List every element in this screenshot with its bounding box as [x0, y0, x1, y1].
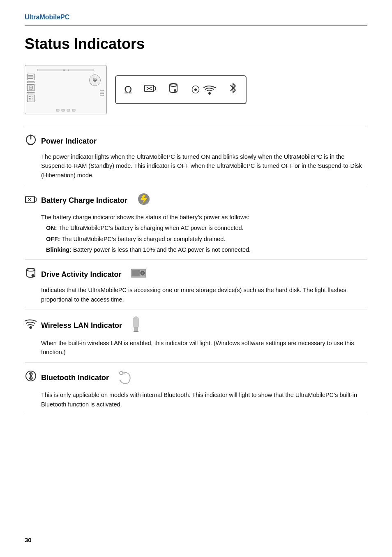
svg-rect-17	[35, 198, 36, 201]
svg-rect-31	[134, 327, 138, 331]
svg-rect-25	[132, 270, 140, 276]
svg-rect-30	[134, 317, 138, 328]
svg-point-34	[120, 371, 123, 375]
section-wireless: Wireless LAN Indicator When the built-in…	[25, 309, 367, 362]
drive-body: Indicates that the UltraMobilePC is acce…	[41, 285, 367, 304]
svg-point-11	[209, 93, 210, 94]
svg-point-29	[30, 327, 32, 328]
svg-point-22	[27, 269, 35, 271]
svg-rect-0	[28, 75, 33, 76]
bluetooth-extra-icon	[118, 369, 134, 388]
svg-rect-4	[30, 87, 32, 88]
power-title: Power Indicator	[41, 136, 97, 147]
bluetooth-symbol	[25, 370, 37, 386]
svg-point-27	[142, 272, 143, 274]
wireless-bar-icon: ⦿	[191, 83, 216, 97]
battery-item-blink: Blinking: Battery power is less than 10%…	[41, 245, 367, 254]
battery-item-off: OFF: The UltraMobilePC’s battery is char…	[41, 234, 367, 244]
svg-point-23	[32, 274, 34, 276]
section-bluetooth: Bluetooth Indicator This is only applica…	[25, 362, 367, 414]
power-symbol	[25, 134, 37, 149]
svg-rect-32	[134, 331, 138, 332]
wireless-extra-icon	[131, 316, 141, 335]
wireless-body: When the built-in wireless LAN is enable…	[41, 339, 367, 357]
power-bar-icon: Ω	[124, 82, 132, 98]
svg-rect-28	[131, 276, 146, 278]
bluetooth-title: Bluetooth Indicator	[41, 372, 109, 383]
svg-point-36	[120, 380, 121, 381]
device-area: © Ω	[25, 65, 367, 114]
battery-extra-icon	[136, 192, 151, 209]
drive-bar-icon	[168, 83, 179, 97]
wireless-title: Wireless LAN Indicator	[41, 320, 122, 331]
svg-rect-6	[154, 87, 155, 90]
drive-symbol	[25, 267, 37, 282]
bluetooth-body: This is only applicable on models with i…	[41, 390, 367, 409]
power-body: The power indicator lights when the Ultr…	[41, 152, 367, 180]
battery-body: The battery charge indicator shows the s…	[41, 213, 367, 255]
battery-item-on: ON: The UltraMobilePC’s battery is charg…	[41, 223, 367, 232]
icons-bar: Ω ⦿	[115, 75, 247, 104]
brand-title: UltraMobilePC	[25, 12, 367, 26]
svg-point-9	[170, 84, 177, 86]
sections-container: Power Indicator The power indicator ligh…	[25, 127, 367, 414]
drive-extra-icon	[130, 267, 147, 283]
drive-title: Drive Activity Indicator	[41, 269, 121, 280]
device-right-circle: ©	[89, 74, 101, 86]
bluetooth-bar-icon	[228, 82, 238, 97]
section-battery: Battery Charge Indicator The battery cha…	[25, 185, 367, 259]
svg-rect-2	[28, 78, 33, 79]
section-power: Power Indicator The power indicator ligh…	[25, 127, 367, 185]
page-number: 30	[25, 536, 32, 545]
battery-symbol	[25, 194, 37, 207]
svg-point-10	[174, 90, 176, 91]
wireless-symbol	[25, 318, 37, 333]
battery-bar-icon	[144, 83, 156, 97]
device-illustration: ©	[25, 65, 107, 114]
svg-rect-1	[28, 77, 33, 77]
section-drive: Drive Activity Indicator Indicates that …	[25, 260, 367, 309]
svg-point-12	[233, 88, 233, 88]
page-title: Status Indicators	[25, 33, 367, 55]
battery-title: Battery Charge Indicator	[41, 195, 127, 206]
